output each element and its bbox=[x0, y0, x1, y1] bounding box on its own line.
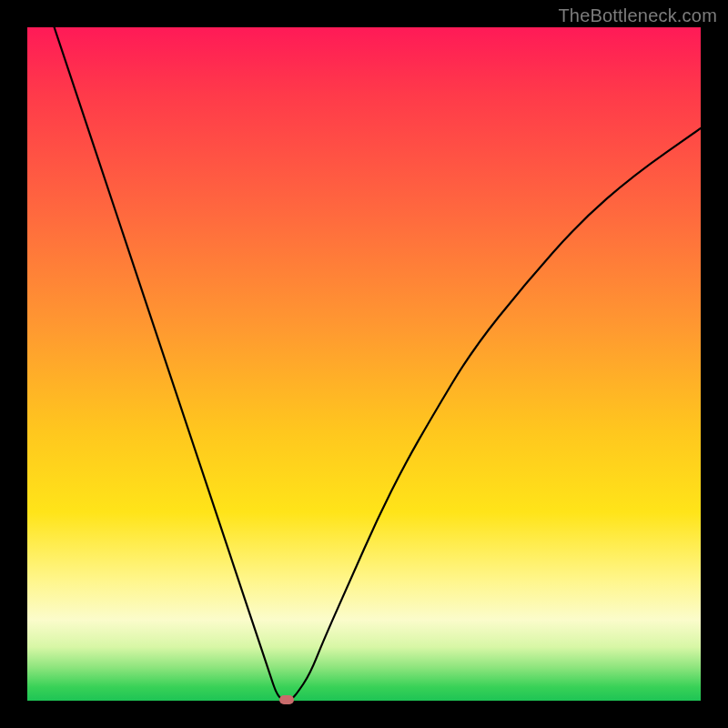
watermark-text: TheBottleneck.com bbox=[558, 5, 717, 26]
chart-frame: TheBottleneck.com bbox=[0, 0, 728, 728]
plot-area bbox=[27, 27, 701, 701]
bottleneck-curve bbox=[27, 27, 701, 701]
optimum-marker bbox=[279, 695, 294, 704]
